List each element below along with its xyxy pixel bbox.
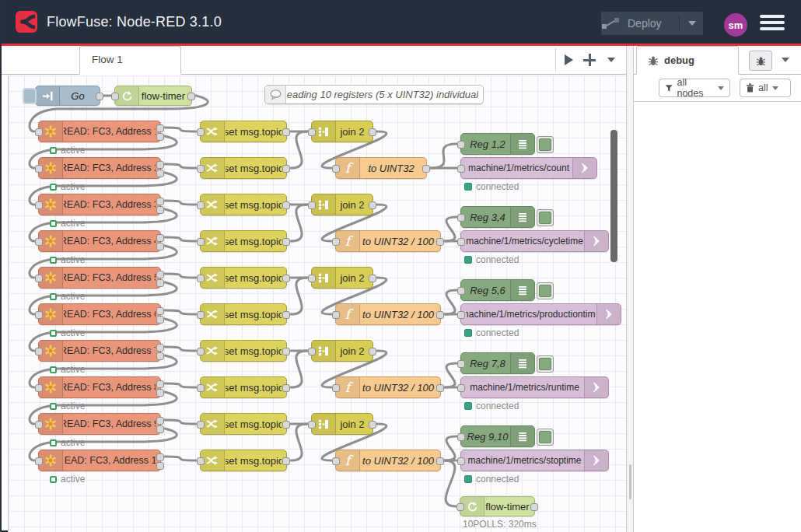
output-port[interactable] (436, 238, 444, 246)
output-port[interactable] (369, 275, 376, 282)
output-port[interactable] (187, 93, 195, 100)
node-s7-change[interactable]: set msg.topic (200, 340, 287, 362)
node-s9-change[interactable]: set msg.topic (200, 413, 287, 435)
node-s8-change[interactable]: set msg.topic (200, 376, 287, 398)
output-port[interactable] (282, 201, 290, 209)
output-port[interactable] (530, 503, 538, 511)
input-port[interactable] (197, 128, 205, 136)
wire[interactable] (165, 164, 196, 168)
output-port[interactable] (156, 425, 164, 433)
output-port[interactable] (282, 238, 290, 246)
node-r7-modbus[interactable]: READ: FC3, Address 7 (38, 340, 161, 362)
input-port[interactable] (197, 457, 205, 465)
input-port[interactable] (197, 201, 205, 209)
main-menu-button[interactable] (760, 15, 785, 30)
output-port[interactable] (156, 316, 164, 324)
output-port[interactable] (156, 271, 164, 278)
output-port[interactable] (156, 344, 164, 352)
node-d1-debug[interactable]: Reg 1,2 (460, 133, 535, 155)
node-f3-function[interactable]: fto UINT32 / 100 (335, 303, 441, 325)
output-port[interactable] (282, 348, 290, 355)
input-port[interactable] (35, 238, 43, 246)
input-port[interactable] (308, 348, 316, 355)
output-port[interactable] (156, 462, 164, 470)
output-port[interactable] (156, 389, 164, 397)
wire[interactable] (165, 347, 196, 351)
flow-canvas[interactable]: Goflow-timerReading 10 registers (5 x UI… (8, 75, 626, 532)
input-port[interactable] (332, 165, 340, 173)
deploy-button[interactable]: Deploy (601, 12, 703, 35)
input-port[interactable] (457, 433, 465, 441)
input-port[interactable] (308, 275, 316, 282)
deploy-caret-icon[interactable] (688, 21, 696, 26)
tab-flow-1[interactable]: Flow 1 (79, 46, 181, 75)
node-r5-modbus[interactable]: READ: FC3, Address 5 (38, 267, 161, 289)
output-port[interactable] (156, 198, 164, 205)
wire[interactable] (445, 363, 456, 387)
add-flow-button[interactable] (583, 54, 596, 66)
input-port[interactable] (197, 238, 205, 246)
node-d5-debug[interactable]: Reg 9,10 (460, 425, 535, 447)
input-port[interactable] (308, 421, 316, 429)
input-port[interactable] (457, 214, 465, 222)
tab-debug[interactable]: debug (636, 46, 739, 75)
output-port[interactable] (282, 457, 290, 465)
node-s1-change[interactable]: set msg.topic (200, 121, 287, 142)
input-port[interactable] (332, 238, 340, 246)
node-r9-modbus[interactable]: READ: FC3, Address 9 (38, 413, 161, 435)
output-port[interactable] (156, 206, 164, 214)
node-r4-modbus[interactable]: READ: FC3, Address 4 (38, 230, 161, 252)
node-m4-mqtt[interactable]: machine/1/metrics/runtime (460, 376, 609, 398)
sidebar-divider[interactable] (626, 46, 634, 532)
node-s10-change[interactable]: set msg.topic (200, 450, 287, 471)
input-port[interactable] (457, 457, 465, 465)
node-j5-join[interactable]: join 2 (311, 413, 373, 435)
node-j4-join[interactable]: join 2 (311, 340, 373, 362)
node-ft2-timer[interactable]: flow-timer (460, 496, 535, 516)
output-port[interactable] (156, 453, 164, 461)
input-port[interactable] (35, 421, 43, 429)
output-port[interactable] (96, 93, 103, 100)
wire[interactable] (445, 460, 456, 506)
node-m2-mqtt[interactable]: machine/1/metrics/cycletime (460, 230, 609, 252)
input-port[interactable] (35, 275, 43, 282)
output-port[interactable] (282, 275, 290, 282)
wire[interactable] (165, 274, 196, 278)
inject-trigger-button[interactable] (23, 88, 37, 104)
output-port[interactable] (436, 311, 444, 319)
output-port[interactable] (369, 421, 376, 429)
wire[interactable] (165, 310, 196, 314)
node-j1-join[interactable]: join 2 (311, 121, 373, 142)
wire[interactable] (165, 383, 196, 387)
input-port[interactable] (197, 275, 205, 282)
input-port[interactable] (457, 287, 465, 295)
output-port[interactable] (156, 279, 164, 287)
node-s3-change[interactable]: set msg.topic (200, 194, 287, 215)
node-r2-modbus[interactable]: READ: FC3, Address 2 (38, 157, 161, 179)
input-port[interactable] (197, 384, 205, 392)
input-port[interactable] (457, 141, 465, 149)
run-icon[interactable] (565, 54, 573, 65)
node-r1-modbus[interactable]: READ: FC3, Address 1 (38, 121, 161, 142)
output-port[interactable] (156, 380, 164, 388)
output-port[interactable] (369, 201, 376, 209)
wire[interactable] (165, 457, 196, 460)
input-port[interactable] (457, 238, 465, 246)
output-port[interactable] (156, 243, 164, 250)
input-port[interactable] (308, 201, 316, 209)
output-port[interactable] (156, 352, 164, 360)
input-port[interactable] (35, 128, 43, 136)
debug-toggle-button[interactable] (537, 355, 554, 373)
input-port[interactable] (35, 384, 43, 392)
wire[interactable] (165, 201, 196, 205)
node-s5-change[interactable]: set msg.topic (200, 267, 287, 289)
input-port[interactable] (197, 165, 205, 173)
output-port[interactable] (156, 307, 164, 315)
node-m5-mqtt[interactable]: machine/1/metrics/stoptime (460, 450, 609, 471)
node-d3-debug[interactable]: Reg 5,6 (460, 279, 535, 301)
input-port[interactable] (332, 384, 340, 392)
node-m1-mqtt[interactable]: machine/1/metrics/count (460, 157, 597, 179)
input-port[interactable] (332, 311, 340, 319)
node-ft1-timer[interactable]: flow-timer (114, 86, 192, 106)
output-port[interactable] (156, 133, 164, 141)
